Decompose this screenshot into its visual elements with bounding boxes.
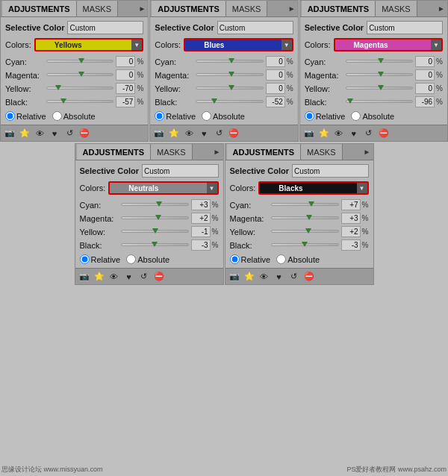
slider-value-black-blacks[interactable] <box>341 239 361 251</box>
color-arrow-magentas[interactable]: ▼ <box>431 40 441 50</box>
footer-icon-3-blues[interactable]: 👁 <box>183 128 195 140</box>
footer-icon-4-blues[interactable]: ♥ <box>198 128 210 140</box>
slider-track-cyan-neutrals[interactable] <box>121 203 189 207</box>
footer-icon-3-neutrals[interactable]: 👁 <box>108 271 120 283</box>
slider-value-cyan-blues[interactable] <box>266 56 285 67</box>
slider-value-cyan-yellows[interactable] <box>116 56 135 67</box>
footer-icon-4-blacks[interactable]: ♥ <box>273 271 285 283</box>
slider-track-cyan-blacks[interactable] <box>271 203 339 207</box>
tab-adjustments-magentas[interactable]: ADJUSTMENTS <box>302 1 376 16</box>
relative-radio-blacks[interactable]: Relative <box>230 254 271 264</box>
relative-radio-neutrals[interactable]: Relative <box>80 254 121 264</box>
slider-track-yellow-magentas[interactable] <box>346 87 413 91</box>
footer-icon-1-blacks[interactable]: 📷 <box>228 271 240 283</box>
tab-masks-blues[interactable]: MASKS <box>226 1 268 16</box>
slider-value-magenta-magentas[interactable] <box>415 69 435 81</box>
slider-value-black-neutrals[interactable] <box>191 239 211 251</box>
slider-track-black-blacks[interactable] <box>271 243 339 248</box>
footer-icon-2-magentas[interactable]: ⭐ <box>318 128 330 140</box>
preset-select-neutrals[interactable]: Custom <box>142 164 219 178</box>
footer-icon-1-neutrals[interactable]: 📷 <box>78 271 90 283</box>
slider-track-magenta-neutrals[interactable] <box>121 216 189 221</box>
slider-track-cyan-blues[interactable] <box>196 60 263 64</box>
footer-icon-4-neutrals[interactable]: ♥ <box>123 271 135 283</box>
footer-icon-2-yellows[interactable]: ⭐ <box>19 128 31 140</box>
footer-icon-1-blues[interactable]: 📷 <box>153 128 165 140</box>
color-arrow-blacks[interactable]: ▼ <box>357 183 367 193</box>
slider-value-cyan-neutrals[interactable] <box>191 199 211 210</box>
footer-icon-4-magentas[interactable]: ♥ <box>348 128 360 140</box>
footer-icon-2-neutrals[interactable]: ⭐ <box>93 271 105 283</box>
relative-radio-blues[interactable]: Relative <box>155 111 196 121</box>
slider-track-yellow-blues[interactable] <box>196 87 263 91</box>
slider-track-magenta-blacks[interactable] <box>271 216 339 221</box>
slider-value-cyan-blacks[interactable] <box>341 199 361 210</box>
slider-value-cyan-magentas[interactable] <box>415 56 435 67</box>
footer-icon-2-blues[interactable]: ⭐ <box>168 128 180 140</box>
footer-icon-6-yellows[interactable]: ⛔ <box>78 128 90 140</box>
preset-select-magentas[interactable]: Custom <box>367 21 443 34</box>
slider-value-black-magentas[interactable] <box>415 96 435 107</box>
absolute-radio-magentas[interactable]: Absolute <box>351 111 394 121</box>
panel-menu-icon-yellows[interactable]: ► <box>138 4 146 13</box>
panel-menu-icon-neutrals[interactable]: ► <box>214 148 221 156</box>
slider-value-yellow-neutrals[interactable] <box>191 226 211 237</box>
footer-icon-3-blacks[interactable]: 👁 <box>258 271 270 283</box>
footer-icon-5-yellows[interactable]: ↺ <box>63 128 75 140</box>
slider-track-magenta-blues[interactable] <box>196 73 263 78</box>
slider-track-black-yellows[interactable] <box>46 100 113 104</box>
footer-icon-6-magentas[interactable]: ⛔ <box>378 128 390 140</box>
absolute-radio-neutrals[interactable]: Absolute <box>126 254 169 264</box>
tab-masks-yellows[interactable]: MASKS <box>77 1 119 16</box>
slider-track-yellow-neutrals[interactable] <box>121 230 189 234</box>
absolute-radio-blues[interactable]: Absolute <box>202 111 245 121</box>
slider-value-yellow-blacks[interactable] <box>341 226 361 237</box>
color-arrow-yellows[interactable]: ▼ <box>131 40 142 50</box>
panel-menu-icon-blues[interactable]: ► <box>288 4 296 13</box>
footer-icon-1-magentas[interactable]: 📷 <box>303 128 315 140</box>
slider-value-yellow-yellows[interactable] <box>116 83 135 94</box>
color-dropdown-blacks[interactable]: Blacks ▼ <box>258 181 368 195</box>
slider-value-black-blues[interactable] <box>266 96 285 107</box>
relative-radio-yellows[interactable]: Relative <box>5 111 46 121</box>
footer-icon-4-yellows[interactable]: ♥ <box>49 128 60 140</box>
color-arrow-neutrals[interactable]: ▼ <box>207 183 217 193</box>
slider-track-black-neutrals[interactable] <box>121 243 189 248</box>
color-dropdown-magentas[interactable]: Magentas ▼ <box>334 38 443 51</box>
tab-adjustments-yellows[interactable]: ADJUSTMENTS <box>2 1 77 16</box>
footer-icon-6-blacks[interactable]: ⛔ <box>303 271 315 283</box>
slider-track-yellow-blacks[interactable] <box>271 230 339 234</box>
footer-icon-5-neutrals[interactable]: ↺ <box>138 271 150 283</box>
footer-icon-3-magentas[interactable]: 👁 <box>333 128 345 140</box>
tab-adjustments-blues[interactable]: ADJUSTMENTS <box>152 1 226 16</box>
color-dropdown-blues[interactable]: Blues ▼ <box>184 38 293 51</box>
slider-value-magenta-yellows[interactable] <box>116 69 135 81</box>
slider-track-cyan-magentas[interactable] <box>346 60 413 64</box>
footer-icon-3-yellows[interactable]: 👁 <box>34 128 46 140</box>
slider-value-black-yellows[interactable] <box>116 96 135 107</box>
slider-track-black-blues[interactable] <box>196 100 263 104</box>
tab-adjustments-blacks[interactable]: ADJUSTMENTS <box>227 144 302 160</box>
slider-value-magenta-blues[interactable] <box>266 69 285 81</box>
slider-track-magenta-yellows[interactable] <box>46 73 113 78</box>
slider-track-yellow-yellows[interactable] <box>46 87 113 91</box>
slider-track-black-magentas[interactable] <box>346 100 413 104</box>
color-arrow-blues[interactable]: ▼ <box>281 40 292 50</box>
relative-radio-magentas[interactable]: Relative <box>305 111 346 121</box>
slider-value-magenta-blacks[interactable] <box>341 213 361 224</box>
slider-value-yellow-magentas[interactable] <box>415 83 435 94</box>
footer-icon-5-blacks[interactable]: ↺ <box>288 271 300 283</box>
preset-select-blues[interactable]: Custom <box>217 21 293 34</box>
slider-value-yellow-blues[interactable] <box>266 83 285 94</box>
absolute-radio-yellows[interactable]: Absolute <box>52 111 96 121</box>
slider-value-magenta-neutrals[interactable] <box>191 213 211 224</box>
slider-track-magenta-magentas[interactable] <box>346 73 413 78</box>
tab-adjustments-neutrals[interactable]: ADJUSTMENTS <box>77 144 152 160</box>
color-dropdown-yellows[interactable]: Yellows ▼ <box>34 38 143 51</box>
preset-select-yellows[interactable]: Custom <box>67 21 143 34</box>
tab-masks-magentas[interactable]: MASKS <box>376 1 417 16</box>
panel-menu-icon-blacks[interactable]: ► <box>364 148 371 156</box>
slider-track-cyan-yellows[interactable] <box>46 60 113 64</box>
tab-masks-neutrals[interactable]: MASKS <box>151 144 193 160</box>
color-dropdown-neutrals[interactable]: Neutrals ▼ <box>108 181 218 195</box>
